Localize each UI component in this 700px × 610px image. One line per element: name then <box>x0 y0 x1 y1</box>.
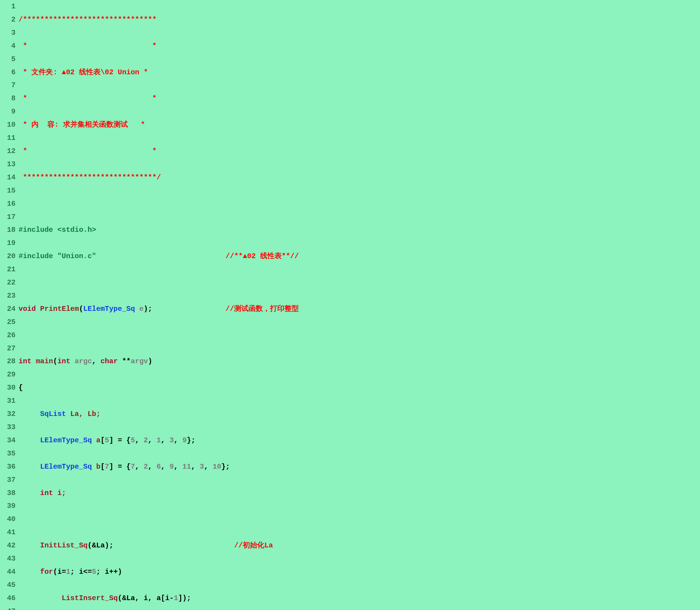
line-number: 20 <box>0 250 16 263</box>
line-number: 29 <box>0 368 16 381</box>
code-line <box>19 197 700 210</box>
line-number: 14 <box>0 171 16 184</box>
line-number: 44 <box>0 565 16 579</box>
line-number-gutter: 1 2 3 4 5 6 7 8 9 10 11 12 13 14 15 16 1… <box>0 0 19 610</box>
line-number: 13 <box>0 158 16 171</box>
code-line: *******************************/ <box>19 171 700 184</box>
code-line: for(i=1; i<=5; i++) <box>19 565 700 579</box>
line-number: 1 <box>0 0 16 13</box>
line-number: 33 <box>0 421 16 434</box>
code-line <box>19 513 700 526</box>
line-number: 11 <box>0 131 16 145</box>
line-number: 25 <box>0 316 16 329</box>
line-number: 5 <box>0 53 16 66</box>
line-number: 42 <box>0 539 16 552</box>
line-number: 10 <box>0 118 16 131</box>
line-number: 8 <box>0 92 16 105</box>
code-line: int main(int argc, char **argv) <box>19 355 700 368</box>
code-line: { <box>19 381 700 395</box>
code-line: LElemType_Sq b[7] = {7, 2, 6, 9, 11, 3, … <box>19 460 700 473</box>
line-number: 40 <box>0 513 16 526</box>
line-number: 27 <box>0 342 16 355</box>
line-number: 18 <box>0 223 16 237</box>
code-line: InitList_Sq(&La); //初始化La <box>19 539 700 552</box>
line-number: 16 <box>0 197 16 210</box>
code-line: LElemType_Sq a[5] = {5, 2, 1, 3, 9}; <box>19 434 700 447</box>
line-number: 31 <box>0 395 16 407</box>
code-line <box>19 329 700 342</box>
line-number: 47 <box>0 605 16 610</box>
code-line: /******************************* <box>19 13 700 26</box>
code-line: * * <box>19 145 700 158</box>
code-editor: 1 2 3 4 5 6 7 8 9 10 11 12 13 14 15 16 1… <box>0 0 700 610</box>
line-number: 37 <box>0 473 16 487</box>
line-number: 7 <box>0 79 16 92</box>
line-number: 36 <box>0 460 16 473</box>
code-line: void PrintElem(LElemType_Sq e); //测试函数，打… <box>19 303 700 316</box>
line-number: 22 <box>0 276 16 289</box>
line-number: 6 <box>0 66 16 79</box>
line-number: 23 <box>0 289 16 303</box>
code-line: * * <box>19 39 700 53</box>
code-line: #include <stdio.h> <box>19 223 700 237</box>
code-line: * * <box>19 92 700 105</box>
line-number: 43 <box>0 552 16 565</box>
line-number: 38 <box>0 487 16 500</box>
code-line: * 内 容: 求并集相关函数测试 * <box>19 118 700 131</box>
line-number: 9 <box>0 105 16 118</box>
line-number: 41 <box>0 526 16 539</box>
line-number: 35 <box>0 447 16 460</box>
line-number: 39 <box>0 499 16 513</box>
line-number: 30 <box>0 381 16 395</box>
line-number: 2 <box>0 13 16 26</box>
line-number: 32 <box>0 407 16 421</box>
code-line: int i; <box>19 487 700 500</box>
line-number: 19 <box>0 237 16 250</box>
line-number: 17 <box>0 210 16 224</box>
line-number: 15 <box>0 184 16 197</box>
code-line: #include "Union.c" //**▲02 线性表**// <box>19 250 700 263</box>
code-area[interactable]: /******************************* * * * 文… <box>19 0 700 610</box>
line-number: 12 <box>0 145 16 158</box>
line-number: 4 <box>0 39 16 53</box>
code-line: SqList La, Lb; <box>19 407 700 421</box>
line-number: 21 <box>0 263 16 276</box>
line-number: 3 <box>0 26 16 39</box>
line-number: 45 <box>0 579 16 592</box>
code-line: * 文件夹: ▲02 线性表\02 Union * <box>19 66 700 79</box>
code-line: ListInsert_Sq(&La, i, a[i-1]); <box>19 592 700 605</box>
line-number: 24 <box>0 303 16 316</box>
line-number: 46 <box>0 592 16 605</box>
line-number: 28 <box>0 355 16 368</box>
line-number: 34 <box>0 434 16 447</box>
code-line <box>19 276 700 289</box>
line-number: 26 <box>0 329 16 342</box>
